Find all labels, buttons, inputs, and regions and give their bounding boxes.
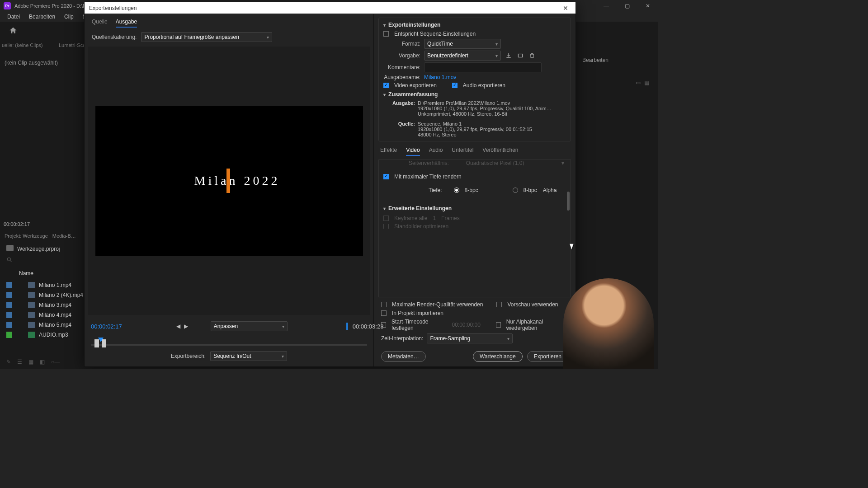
tab-effects[interactable]: Effekte — [380, 147, 397, 156]
preview-canvas: Milan 2022 — [95, 106, 363, 256]
fit-select[interactable]: Anpassen ▾ — [211, 321, 288, 331]
comments-label: Kommentare: — [383, 64, 420, 70]
keyframe-label: Keyframe alle — [394, 215, 427, 221]
export-button[interactable]: Exportieren — [527, 351, 568, 362]
label-color-chip — [6, 282, 12, 288]
import-preset-icon[interactable] — [516, 52, 524, 60]
play-icon[interactable]: ▶ — [184, 323, 188, 329]
depth-8bpc-radio[interactable] — [454, 188, 459, 193]
export-range-label: Exportbereich: — [171, 353, 206, 359]
aspect-overlay-button[interactable] — [346, 323, 348, 330]
aspect-ratio-value-cut: Quadratische Pixel (1,0) — [466, 161, 524, 165]
disclose-icon[interactable]: ▾ — [383, 206, 386, 211]
new-item-icon[interactable]: ▦ — [644, 80, 649, 86]
disclose-icon[interactable]: ▾ — [383, 23, 386, 28]
label-color-chip — [6, 302, 12, 308]
max-render-quality-label: Maximale Render-Qualität verwenden — [392, 301, 483, 308]
fit-value: Anpassen — [214, 323, 238, 329]
summary-source-name: Sequence, Milano 1 — [418, 121, 462, 127]
metadata-button[interactable]: Metadaten… — [381, 351, 426, 362]
only-alpha-checkbox[interactable] — [496, 322, 501, 328]
optimize-stills-checkbox[interactable] — [383, 224, 389, 229]
tab-publish[interactable]: Veröffentlichen — [482, 147, 518, 156]
right-panel-tab[interactable]: Bearbeiten — [582, 57, 609, 63]
chevron-down-icon: ▾ — [267, 35, 269, 40]
webcam-overlay — [563, 278, 654, 369]
label-color-chip — [6, 292, 12, 298]
tab-source[interactable]: Quelle — [92, 19, 108, 28]
export-dialog: Exporteinstellungen ✕ Quelle Ausgabe Que… — [84, 2, 576, 367]
out-point-handle[interactable] — [102, 339, 106, 347]
comments-input[interactable] — [424, 62, 542, 72]
media-browser-tab[interactable]: Media-B… — [52, 233, 76, 239]
menu-clip[interactable]: Clip — [60, 13, 78, 21]
zoom-slider-icon[interactable]: ○— — [51, 359, 60, 365]
source-scaling-select[interactable]: Proportional auf Framegröße anpassen ▾ — [141, 32, 272, 42]
tab-output[interactable]: Ausgabe — [116, 19, 137, 28]
home-icon[interactable] — [8, 26, 19, 35]
export-video-label: Video exportieren — [394, 82, 437, 89]
set-start-timecode-checkbox[interactable] — [381, 322, 386, 328]
match-sequence-checkbox[interactable] — [383, 31, 389, 37]
scrollbar-thumb[interactable] — [567, 192, 570, 211]
project-tab[interactable]: Projekt: Werkzeuge — [5, 233, 48, 239]
export-video-checkbox[interactable] — [383, 83, 389, 88]
window-minimize-button[interactable]: — — [596, 0, 617, 12]
import-project-checkbox[interactable] — [381, 310, 387, 316]
disclose-icon[interactable]: ▾ — [383, 92, 386, 97]
range-slider[interactable] — [91, 338, 367, 348]
pen-tool-icon[interactable]: ✎ — [6, 359, 11, 365]
max-render-quality-checkbox[interactable] — [381, 302, 387, 307]
export-audio-label: Audio exportieren — [463, 82, 505, 89]
window-close-button[interactable]: ✕ — [637, 0, 658, 12]
video-file-icon — [28, 282, 35, 288]
format-select[interactable]: QuickTime ▾ — [424, 39, 501, 49]
export-range-select[interactable]: Sequenz In/Out ▾ — [210, 351, 287, 361]
keyframe-checkbox[interactable] — [383, 216, 389, 221]
save-preset-icon[interactable] — [505, 52, 513, 60]
svg-point-0 — [7, 258, 10, 261]
max-depth-checkbox[interactable] — [383, 174, 389, 179]
svg-line-1 — [10, 261, 12, 262]
menu-bearbeiten[interactable]: Bearbeiten — [24, 13, 60, 21]
new-bin-icon[interactable]: ▭ — [636, 80, 641, 86]
project-file-row[interactable]: Milano 5.mp4 — [6, 320, 83, 330]
icon-view-icon[interactable]: ▦ — [28, 359, 33, 365]
tab-audio[interactable]: Audio — [429, 147, 443, 156]
window-maximize-button[interactable]: ▢ — [617, 0, 637, 12]
preset-select[interactable]: Benutzerdefiniert ▾ — [424, 51, 501, 61]
tab-captions[interactable]: Untertitel — [452, 147, 473, 156]
tab-video[interactable]: Video — [406, 147, 420, 156]
svg-rect-2 — [518, 54, 522, 57]
name-column-header[interactable]: Name — [19, 270, 33, 277]
delete-preset-icon[interactable] — [528, 52, 536, 60]
file-name: Milano 5.mp4 — [39, 322, 71, 328]
in-point-handle[interactable] — [94, 339, 99, 347]
dialog-close-button[interactable]: ✕ — [560, 5, 571, 12]
depth-8bpc-alpha-radio[interactable] — [513, 188, 518, 193]
step-back-icon[interactable]: ◀ — [176, 323, 180, 329]
menu-datei[interactable]: Datei — [3, 13, 24, 21]
project-file-row[interactable]: Milano 3.mp4 — [6, 300, 83, 310]
import-project-label: In Projekt importieren — [392, 310, 443, 316]
use-previews-checkbox[interactable] — [496, 302, 502, 307]
video-file-icon — [28, 322, 35, 328]
project-file-row[interactable]: Milano 4.mp4 — [6, 310, 83, 320]
search-icon[interactable] — [6, 257, 14, 264]
timecode-current[interactable]: 00:00:02:17 — [91, 323, 122, 330]
freeform-view-icon[interactable]: ◧ — [40, 359, 45, 365]
queue-button[interactable]: Warteschlange — [473, 351, 523, 362]
keyframe-frames-label: Frames — [441, 215, 460, 221]
preview-accent-bar — [226, 169, 230, 193]
depth-label: Tiefe: — [429, 187, 442, 193]
project-file-row[interactable]: AUDIO.mp3 — [6, 330, 83, 340]
project-file-row[interactable]: Milano 2 (4K).mp4 — [6, 290, 83, 300]
project-file-row[interactable]: Milano 1.mp4 — [6, 280, 83, 290]
export-audio-checkbox[interactable] — [452, 83, 458, 88]
format-value: QuickTime — [427, 41, 453, 47]
output-name-link[interactable]: Milano 1.mov — [424, 74, 456, 80]
list-view-icon[interactable]: ☰ — [17, 359, 22, 365]
summary-output-path: D:\Premiere Pro\Milan 2022\Milano 1.mov — [418, 100, 510, 106]
audio-file-icon — [28, 332, 35, 338]
time-interpolation-select[interactable]: Frame-Sampling ▾ — [427, 333, 513, 343]
